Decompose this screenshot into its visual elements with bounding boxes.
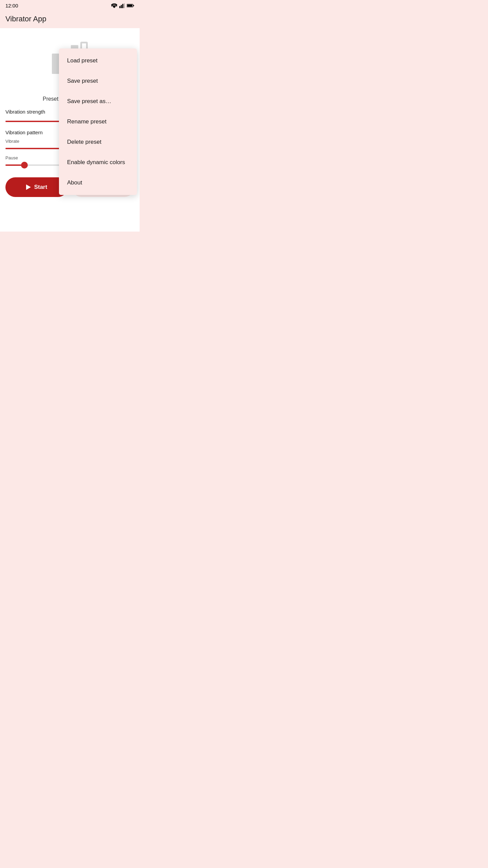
- wifi-icon: [111, 3, 117, 8]
- play-icon: [26, 184, 31, 190]
- dropdown-menu: Load preset Save preset Save preset as… …: [59, 48, 137, 195]
- menu-item-load-preset[interactable]: Load preset: [59, 51, 137, 71]
- svg-rect-1: [121, 5, 122, 8]
- menu-item-save-preset-as[interactable]: Save preset as…: [59, 91, 137, 112]
- svg-rect-6: [127, 5, 132, 7]
- menu-item-delete-preset[interactable]: Delete preset: [59, 132, 137, 152]
- status-time: 12:00: [5, 3, 18, 8]
- svg-rect-0: [119, 6, 120, 8]
- menu-item-rename-preset[interactable]: Rename preset: [59, 112, 137, 132]
- signal-icon: [119, 3, 125, 8]
- pause-thumb[interactable]: [21, 162, 28, 169]
- start-label: Start: [34, 184, 47, 191]
- svg-rect-5: [133, 5, 134, 6]
- svg-rect-3: [124, 3, 125, 8]
- menu-item-enable-dynamic-colors[interactable]: Enable dynamic colors: [59, 152, 137, 173]
- battery-icon: [127, 3, 134, 8]
- main-content: Preset: Back Massage Vibration strength …: [0, 28, 140, 232]
- start-button[interactable]: Start: [5, 177, 68, 197]
- app-bar: Vibrator App: [0, 11, 140, 28]
- svg-rect-2: [122, 4, 123, 8]
- app-title: Vibrator App: [5, 15, 46, 23]
- menu-item-about[interactable]: About: [59, 173, 137, 193]
- status-bar: 12:00: [0, 0, 140, 11]
- menu-item-save-preset[interactable]: Save preset: [59, 71, 137, 91]
- status-icons: [111, 3, 134, 8]
- vib-bar-1: [52, 54, 59, 74]
